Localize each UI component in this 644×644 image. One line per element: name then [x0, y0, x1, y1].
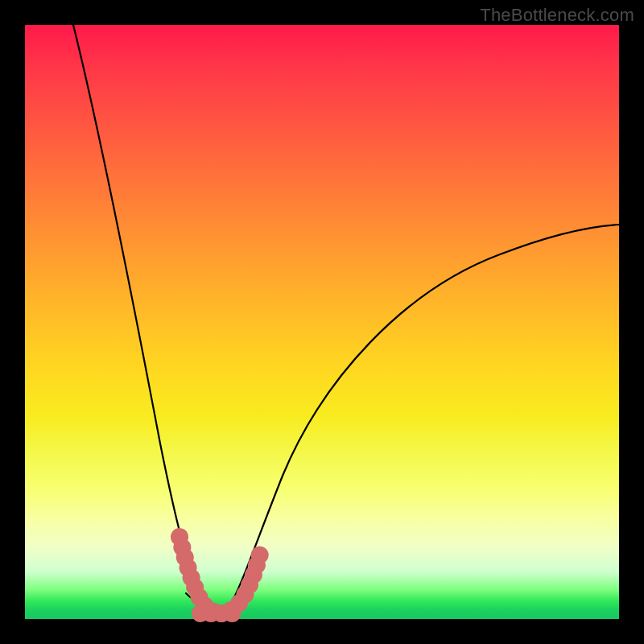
curve-right-branch: [228, 225, 619, 609]
bead-overlay-left: [180, 537, 221, 613]
curve-left-branch: [73, 25, 206, 607]
curve-layer: [25, 25, 619, 619]
watermark-text: TheBottleneck.com: [480, 5, 634, 26]
plot-area: [25, 25, 619, 619]
chart-container: TheBottleneck.com: [0, 0, 644, 644]
